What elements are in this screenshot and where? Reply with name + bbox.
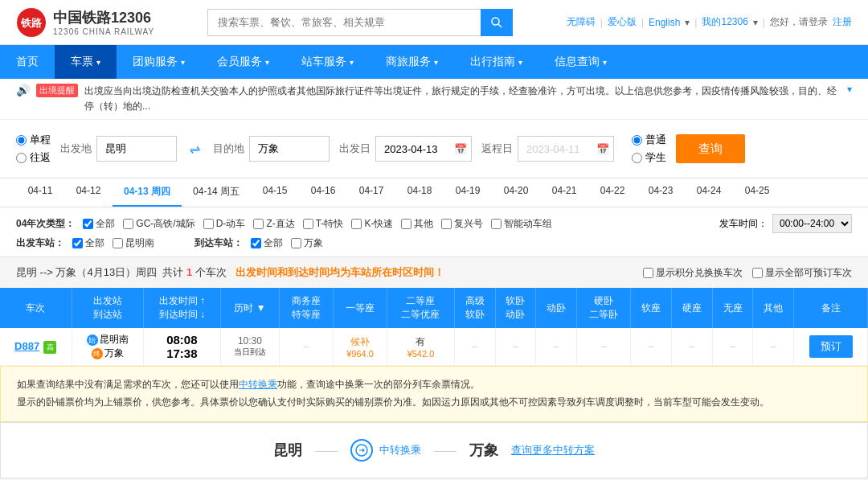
filter-depart-all[interactable]: 全部 (72, 236, 104, 250)
option-points-checkbox[interactable] (643, 268, 653, 278)
radio-student-input[interactable] (632, 153, 642, 163)
notice-more-btn[interactable]: ▾ (847, 84, 852, 95)
filter-gc[interactable]: GC-高铁/城际 (123, 217, 194, 231)
date-tab-0415[interactable]: 04-15 (251, 178, 299, 207)
english-link[interactable]: English (649, 17, 680, 28)
transfer-more-link[interactable]: 查询更多中转方案 (511, 443, 595, 457)
date-tab-0413[interactable]: 04-13 周四 (113, 178, 182, 207)
book-button[interactable]: 预订 (809, 335, 853, 358)
notice-tag: 出境提醒 (36, 84, 78, 97)
time-warning: 出发时间和到达时间均为车站所在时区时间！ (235, 266, 444, 278)
results-header: 昆明 --> 万象（4月13日）周四 共计 1 个车次 出发时间和到达时间均为车… (0, 257, 868, 288)
return-date-input[interactable] (518, 136, 614, 162)
filter-other[interactable]: 其他 (401, 217, 433, 231)
date-tab-0422[interactable]: 04-22 (588, 178, 637, 207)
notice-speaker-icon: 🔊 (16, 84, 30, 96)
nav-home[interactable]: 首页 (0, 45, 55, 79)
station-arrow: ▾ (350, 58, 354, 67)
filter-k[interactable]: K-快速 (351, 217, 393, 231)
softseat-cell: – (631, 328, 672, 366)
radio-student[interactable]: 学生 (632, 150, 666, 165)
guide-arrow: ▾ (518, 58, 522, 67)
date-tab-0421[interactable]: 04-21 (540, 178, 588, 207)
filter-kunmingnan[interactable]: 昆明南 (113, 236, 154, 250)
to-station: 终万象 (77, 347, 138, 360)
nav-group[interactable]: 团购服务 ▾ (117, 45, 201, 79)
col-dynamic: 动卧 (536, 288, 577, 328)
date-tab-0414[interactable]: 04-14 周五 (182, 178, 251, 207)
second-price: ¥542.0 (392, 349, 449, 359)
hardseat-cell: – (671, 328, 712, 366)
option-points[interactable]: 显示积分兑换换车次 (643, 266, 743, 280)
radio-normal-input[interactable] (632, 135, 642, 146)
nav-member[interactable]: 会员服务 ▾ (201, 45, 285, 79)
to-label: 目的地 (213, 142, 244, 156)
time-select[interactable]: 00:00--24:00 (772, 214, 852, 233)
search-button[interactable] (481, 9, 513, 36)
date-tab-0420[interactable]: 04-20 (492, 178, 540, 207)
note-cell: 预订 (794, 328, 868, 366)
filter-smart[interactable]: 智能动车组 (491, 217, 552, 231)
register-link[interactable]: 注册 (833, 15, 852, 29)
from-station-icon: 始 (87, 334, 98, 346)
transfer-mid: 中转换乘 (350, 439, 421, 462)
depart-date-input[interactable] (375, 136, 472, 162)
nav-ticket[interactable]: 车票 ▾ (55, 45, 117, 79)
love-version-link[interactable]: 爱心版 (608, 15, 637, 29)
transfer-arrow-left: —— (315, 444, 338, 457)
nav-guide[interactable]: 出行指南 ▾ (454, 45, 538, 79)
filter-t[interactable]: T-特快 (303, 217, 344, 231)
my12306-link[interactable]: 我的12306 (702, 15, 747, 29)
filter-d[interactable]: D-动车 (203, 217, 246, 231)
passenger-type-group: 普通 学生 (632, 133, 666, 165)
first-value[interactable]: 候补 (338, 335, 382, 349)
filter-arrive-all[interactable]: 全部 (251, 236, 283, 250)
train-no[interactable]: D887 (14, 340, 39, 352)
train-table-wrap: 车次 出发站到达站 出发时间 ↑到达时间 ↓ 历时 ▼ 商务座特等座 一等座 二… (0, 288, 868, 366)
date-tab-0417[interactable]: 04-17 (347, 178, 395, 207)
depart-station-filter: 出发车站： 全部 昆明南 到达车站： 全部 万象 (16, 236, 852, 250)
date-tab-0418[interactable]: 04-18 (395, 178, 444, 207)
transfer-link[interactable]: 中转换乘 (239, 379, 277, 390)
nav-info[interactable]: 信息查询 ▾ (538, 45, 623, 79)
swap-button[interactable]: ⇌ (186, 142, 203, 157)
search-input[interactable] (207, 9, 481, 36)
filter-fuxing[interactable]: 复兴号 (441, 217, 483, 231)
date-tab-0425[interactable]: 04-25 (733, 178, 781, 207)
date-tab-0419[interactable]: 04-19 (444, 178, 492, 207)
time-label: 发车时间： (719, 217, 768, 231)
station-cell: 始昆明南 终万象 (72, 328, 143, 366)
radio-roundtrip[interactable]: 往返 (16, 150, 51, 165)
hardseat-value: – (689, 341, 694, 352)
to-input[interactable] (249, 136, 330, 162)
svg-text:铁路: 铁路 (20, 17, 43, 29)
radio-oneway[interactable]: 单程 (16, 133, 51, 147)
filter-z[interactable]: Z-直达 (253, 217, 294, 231)
date-tab-0423[interactable]: 04-23 (637, 178, 685, 207)
radio-roundtrip-input[interactable] (16, 153, 27, 163)
query-button[interactable]: 查询 (676, 134, 745, 163)
radio-oneway-input[interactable] (16, 135, 27, 146)
radio-normal[interactable]: 普通 (632, 133, 666, 147)
nav-business[interactable]: 商旅服务 ▾ (370, 45, 454, 79)
from-input[interactable] (96, 136, 177, 162)
from-station: 始昆明南 (77, 333, 138, 347)
main-nav: 首页 车票 ▾ 团购服务 ▾ 会员服务 ▾ 站车服务 ▾ 商旅服务 ▾ 出行指南… (0, 45, 868, 79)
option-all-checkbox[interactable] (752, 268, 763, 278)
first-cell: 候补 ¥964.0 (333, 328, 387, 366)
date-tab-0424[interactable]: 04-24 (685, 178, 733, 207)
train-type-label: 04年次类型： (16, 217, 75, 231)
depart-station-label: 出发车站： (16, 236, 64, 250)
filter-all[interactable]: 全部 (83, 217, 115, 231)
filter-wanxiang[interactable]: 万象 (291, 236, 323, 250)
date-tab-0412[interactable]: 04-12 (64, 178, 113, 207)
option-all[interactable]: 显示全部可预订车次 (752, 266, 852, 280)
accessibility-link[interactable]: 无障碍 (567, 15, 596, 29)
date-tab-0411[interactable]: 04-11 (16, 178, 64, 207)
filter-row: 04年次类型： 全部 GC-高铁/城际 D-动车 Z-直达 T-特快 K-快速 … (0, 207, 868, 257)
nav-station[interactable]: 站车服务 ▾ (285, 45, 370, 79)
col-softseat: 软座 (631, 288, 672, 328)
transfer-arrow-right: —— (434, 444, 457, 457)
ticket-arrow: ▾ (96, 58, 100, 67)
date-tab-0416[interactable]: 04-16 (299, 178, 347, 207)
